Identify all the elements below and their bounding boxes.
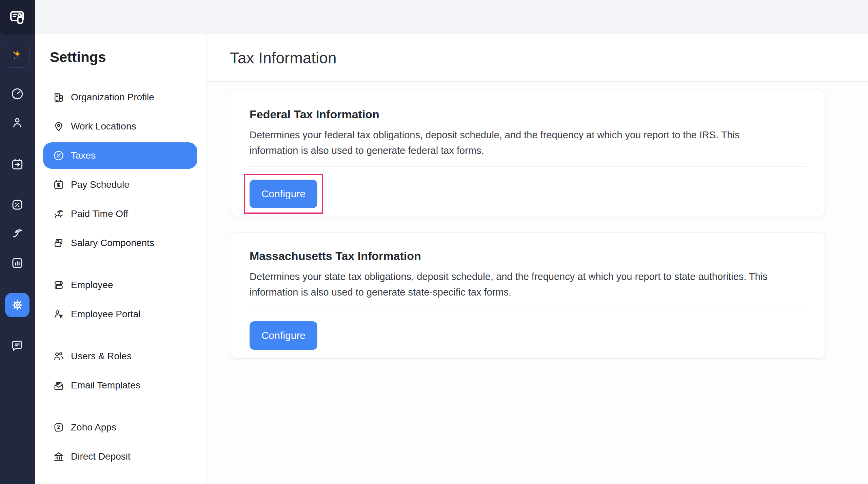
nav-item-label: Organization Profile <box>71 92 154 103</box>
payroll-card-logo-icon <box>8 8 27 26</box>
rail-item-dashboard[interactable] <box>5 82 29 106</box>
nav-item-taxes[interactable]: Taxes <box>43 142 197 169</box>
dashboard-speedometer-icon <box>10 87 24 101</box>
reports-bar-chart-icon <box>10 256 24 270</box>
top-bar <box>35 0 868 34</box>
nav-item-label: Work Locations <box>71 121 136 132</box>
settings-gear-icon <box>10 298 24 312</box>
settings-title: Settings <box>50 49 197 65</box>
nav-item-work-locations[interactable]: Work Locations <box>43 113 197 140</box>
nav-item-paid-time-off[interactable]: Paid Time Off <box>43 201 197 227</box>
rail-item-settings[interactable] <box>5 293 29 317</box>
nav-item-label: Salary Components <box>71 237 154 249</box>
state-tax-card-description: Determines your state tax obligations, d… <box>250 269 778 300</box>
settings-nav-list: Organization Profile Work Locations <box>43 84 197 470</box>
leave-umbrella-icon <box>10 227 24 241</box>
main-content: Tax Information Federal Tax Information … <box>207 34 868 484</box>
nav-item-label: Taxes <box>71 150 96 161</box>
rail-item-taxes[interactable] <box>5 193 29 217</box>
nav-item-label: Zoho Apps <box>71 422 116 433</box>
bank-icon <box>53 450 65 463</box>
annotation-highlight-box: Configure <box>244 174 323 214</box>
nav-item-label: Employee Portal <box>71 308 140 320</box>
state-tax-card-title: Massachusetts Tax Information <box>250 249 806 263</box>
percent-circle-icon <box>53 149 65 162</box>
nav-item-label: Pay Schedule <box>71 179 130 190</box>
nav-item-pay-schedule[interactable]: Pay Schedule <box>43 172 197 198</box>
beach-chair-umbrella-icon <box>53 208 65 220</box>
wallet-cards-icon <box>53 237 65 249</box>
federal-tax-card-title: Federal Tax Information <box>250 107 806 121</box>
calendar-dollar-icon <box>53 179 65 191</box>
state-tax-card: Massachusetts Tax Information Determines… <box>231 233 825 359</box>
location-pin-icon <box>53 120 65 133</box>
user-group-icon <box>53 350 65 362</box>
nav-item-email-templates[interactable]: Email Templates <box>43 372 197 399</box>
app-logo[interactable] <box>0 0 35 35</box>
rail-item-ai[interactable] <box>5 43 30 68</box>
nav-item-organization-profile[interactable]: Organization Profile <box>43 84 197 110</box>
nav-item-users-roles[interactable]: Users & Roles <box>43 343 197 369</box>
main-header: Tax Information <box>207 34 868 82</box>
card-divider <box>250 166 806 167</box>
app-rail <box>0 0 35 484</box>
nav-item-employee[interactable]: Employee <box>43 272 197 298</box>
sparkle-ai-icon <box>10 48 24 62</box>
rail-item-pay-runs[interactable] <box>5 152 29 177</box>
rail-item-reports[interactable] <box>5 251 29 275</box>
nav-item-employee-portal[interactable]: Employee Portal <box>43 301 197 327</box>
mail-open-letter-icon <box>53 379 65 391</box>
rail-item-employees[interactable] <box>5 110 29 135</box>
card-divider <box>250 308 806 308</box>
organization-building-icon <box>53 91 65 103</box>
settings-nav-panel: Settings Organization Profile <box>35 34 206 484</box>
page-title: Tax Information <box>230 49 336 67</box>
nav-item-label: Users & Roles <box>71 350 132 362</box>
federal-tax-card: Federal Tax Information Determines your … <box>231 91 825 217</box>
state-configure-button[interactable]: Configure <box>250 321 317 350</box>
nav-item-label: Employee <box>71 279 113 291</box>
nav-item-label: Email Templates <box>71 380 140 391</box>
federal-tax-card-description: Determines your federal tax obligations,… <box>250 127 778 158</box>
nav-item-zoho-apps[interactable]: Zoho Apps <box>43 414 197 441</box>
employees-person-icon <box>10 116 24 130</box>
rail-item-leave[interactable] <box>5 222 29 246</box>
nav-item-salary-components[interactable]: Salary Components <box>43 230 197 256</box>
pay-runs-calendar-arrow-icon <box>10 157 24 172</box>
nav-item-direct-deposit[interactable]: Direct Deposit <box>43 443 197 470</box>
help-chat-icon <box>10 339 24 353</box>
toggle-switches-icon <box>53 279 65 291</box>
federal-configure-button[interactable]: Configure <box>250 180 317 208</box>
taxes-percent-badge-icon <box>10 198 24 212</box>
zoho-z-box-icon <box>53 421 65 433</box>
app-screen: Settings Organization Profile <box>0 0 868 484</box>
person-cursor-icon <box>53 308 65 320</box>
rail-item-help[interactable] <box>5 334 29 358</box>
nav-item-label: Paid Time Off <box>71 208 128 220</box>
nav-item-label: Direct Deposit <box>71 451 131 462</box>
